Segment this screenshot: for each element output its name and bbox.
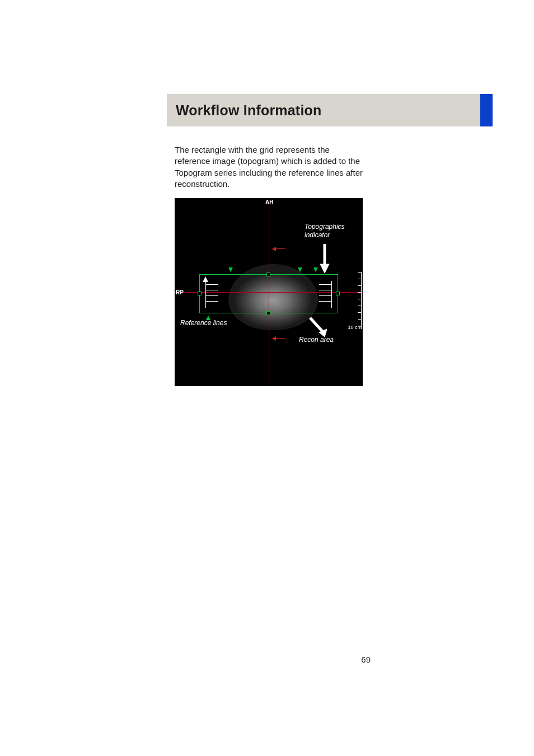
scale-label: 10 cm xyxy=(348,325,362,330)
ruler-spine xyxy=(361,272,362,329)
tick-icon xyxy=(319,290,331,290)
header-band: Workflow Information xyxy=(167,94,480,126)
tick-icon xyxy=(206,301,218,302)
reference-lines-right xyxy=(318,281,338,308)
header-accent-tab xyxy=(480,94,493,126)
reference-lines-left xyxy=(199,281,219,308)
tick-icon xyxy=(206,284,218,285)
callout-topographics: Topographics indicator xyxy=(305,223,345,240)
tick-icon xyxy=(206,290,218,290)
orientation-label-left: RP xyxy=(176,289,184,295)
callout-recon-area: Recon area xyxy=(299,336,334,344)
tick-icon xyxy=(319,284,331,285)
tick-icon xyxy=(358,306,362,306)
page-number: 69 xyxy=(361,655,371,664)
arrow-down-icon xyxy=(313,267,318,272)
body-paragraph: The rectangle with the grid represents t… xyxy=(175,144,363,190)
arrow-left-icon xyxy=(275,338,285,339)
tick-icon xyxy=(319,301,331,302)
svg-marker-1 xyxy=(320,264,329,273)
tick-icon xyxy=(358,312,362,313)
tick-icon xyxy=(358,279,362,279)
callout-arrow-icon xyxy=(307,314,329,337)
page-title: Workflow Information xyxy=(176,102,321,119)
callout-arrow-icon xyxy=(320,242,340,274)
tick-icon xyxy=(358,285,362,286)
ref-spine xyxy=(205,281,206,308)
resize-handle-icon[interactable] xyxy=(266,311,270,315)
arrow-left-icon xyxy=(275,248,285,249)
recon-area-box[interactable] xyxy=(199,274,338,313)
orientation-label-top: AH xyxy=(265,199,273,205)
tick-icon xyxy=(358,319,362,320)
tick-icon xyxy=(206,295,218,296)
topographics-indicator xyxy=(357,272,362,329)
callout-line1: Topographics xyxy=(305,223,345,231)
callout-line2: indicator xyxy=(305,231,330,239)
topogram-figure: AH RP 10 cm Topographics indicator Refer… xyxy=(175,198,363,386)
svg-line-2 xyxy=(310,318,322,331)
tick-icon xyxy=(319,295,331,296)
arrow-down-icon xyxy=(298,267,302,272)
ref-spine xyxy=(331,281,332,308)
resize-handle-icon[interactable] xyxy=(266,273,270,276)
tick-icon xyxy=(358,299,362,299)
tick-icon xyxy=(358,292,362,293)
callout-reference-lines: Reference lines xyxy=(180,319,227,327)
arrow-down-icon xyxy=(228,267,233,272)
tick-icon xyxy=(358,272,362,273)
